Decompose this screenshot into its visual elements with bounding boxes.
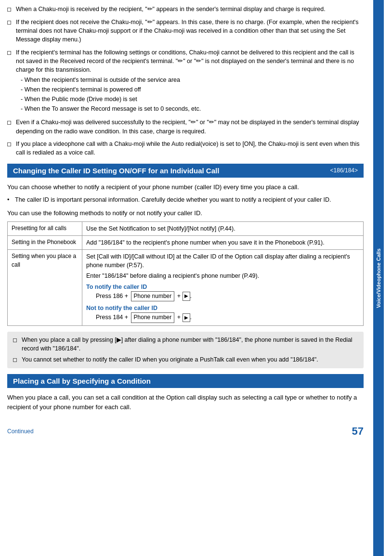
- page-footer: Continued 57: [7, 421, 364, 438]
- sub-item-3-4: - When the To answer the Record message …: [21, 104, 364, 113]
- table-cell-3-1: Setting when you place a call: [8, 250, 82, 325]
- continued-text: Continued: [7, 428, 34, 435]
- table-cell-1-1: Presetting for all calls: [8, 222, 82, 236]
- caller-id-section-header: Changing the Caller ID Setting ON/OFF fo…: [7, 164, 364, 178]
- not-notify-instruction: Press 184 + Phone number + ▶.: [96, 314, 192, 321]
- grey-note-bullet-1: [13, 336, 20, 353]
- table-cell-2-1: Setting in the Phonebook: [8, 236, 82, 250]
- grey-note-text-2: You cannot set whether to notify the cal…: [22, 355, 358, 364]
- grey-note-1: When you place a call by pressing [▶] af…: [13, 336, 358, 353]
- note-bullet-4: [7, 118, 14, 135]
- caller-id-ref: <186/184>: [330, 167, 358, 174]
- not-notify-block: Not to notify the caller ID Press 184 + …: [86, 304, 359, 323]
- note-bullet-3: [7, 49, 14, 115]
- sub-list-3: - When the recipient's terminal is outsi…: [21, 76, 364, 114]
- placing-call-section-header: Placing a Call by Specifying a Condition: [7, 374, 364, 388]
- notify-block: To notify the caller ID Press 186 + Phon…: [86, 283, 359, 302]
- methods-intro: You can use the following methods to not…: [7, 208, 364, 218]
- table-cell-3-2-intro: Set [Call with ID]/[Call without ID] at …: [86, 252, 359, 270]
- grey-note-bullet-2: [13, 356, 20, 364]
- top-notes-section: When a Chaku-moji is received by the rec…: [7, 5, 364, 157]
- table-cell-2-2: Add "186/184" to the recipient's phone n…: [82, 236, 364, 250]
- note-bullet-2: [7, 18, 14, 44]
- sub-item-3-2: - When the recipient's terminal is power…: [21, 85, 364, 94]
- note-item-2: If the recipient does not receive the Ch…: [7, 18, 364, 44]
- caller-id-title: Changing the Caller ID Setting ON/OFF fo…: [13, 167, 219, 175]
- caller-id-bullet: • The caller ID is important personal in…: [7, 195, 364, 204]
- notify-label: To notify the caller ID: [86, 284, 147, 290]
- page-number: 57: [352, 425, 364, 438]
- grey-note-2: You cannot set whether to notify the cal…: [13, 355, 358, 364]
- note-text-4: Even if a Chaku-moji was delivered succe…: [16, 118, 364, 135]
- bullet-dot-icon: •: [7, 195, 15, 204]
- note-item-3: If the recipient's terminal has the foll…: [7, 48, 364, 115]
- note-text-5: If you place a videophone call with a Ch…: [16, 140, 364, 157]
- note-text-3: If the recipient's terminal has the foll…: [16, 48, 364, 115]
- sub-item-3-3: - When the Public mode (Drive mode) is s…: [21, 95, 364, 103]
- placing-call-intro: When you place a call, you can set a cal…: [7, 393, 364, 412]
- note-item-1: When a Chaku-moji is received by the rec…: [7, 5, 364, 14]
- note-bullet-5: [7, 140, 14, 157]
- note-item-4: Even if a Chaku-moji was delivered succe…: [7, 118, 364, 135]
- grey-note-text-1: When you place a call by pressing [▶] af…: [22, 336, 358, 353]
- caller-id-table: Presetting for all calls Use the Set Not…: [7, 221, 364, 326]
- send-icon-notify: ▶: [183, 292, 190, 301]
- caller-id-intro: You can choose whether to notify a recip…: [7, 182, 364, 192]
- side-tab-label: Voice/Videophone Calls: [376, 248, 381, 308]
- sub-item-3-1: - When the recipient's terminal is outsi…: [21, 76, 364, 84]
- caller-id-bullet-text: The caller ID is important personal info…: [15, 195, 331, 204]
- phone-number-box-not-notify: Phone number: [131, 312, 175, 323]
- send-icon-not-notify: ▶: [183, 313, 190, 323]
- table-row-2: Setting in the Phonebook Add "186/184" t…: [8, 236, 364, 250]
- note-bullet-1: [7, 5, 14, 14]
- table-cell-3-2-enter: Enter "186/184" before dialing a recipie…: [86, 272, 359, 280]
- phone-number-box-notify: Phone number: [131, 291, 175, 301]
- not-notify-label: Not to notify the caller ID: [86, 305, 157, 311]
- table-row-1: Presetting for all calls Use the Set Not…: [8, 222, 364, 236]
- notify-instruction: Press 186 + Phone number + ▶.: [96, 293, 192, 299]
- table-row-3: Setting when you place a call Set [Call …: [8, 250, 364, 325]
- caller-id-grey-notes: When you place a call by pressing [▶] af…: [7, 332, 364, 368]
- placing-call-title: Placing a Call by Specifying a Condition: [13, 377, 151, 385]
- table-cell-3-2: Set [Call with ID]/[Call without ID] at …: [82, 250, 364, 325]
- table-cell-1-2: Use the Set Notification to set [Notify]…: [82, 222, 364, 236]
- note-text-2: If the recipient does not receive the Ch…: [16, 18, 364, 44]
- note-text-1: When a Chaku-moji is received by the rec…: [16, 5, 364, 14]
- side-tab: Voice/Videophone Calls: [373, 0, 384, 556]
- note-item-5: If you place a videophone call with a Ch…: [7, 140, 364, 157]
